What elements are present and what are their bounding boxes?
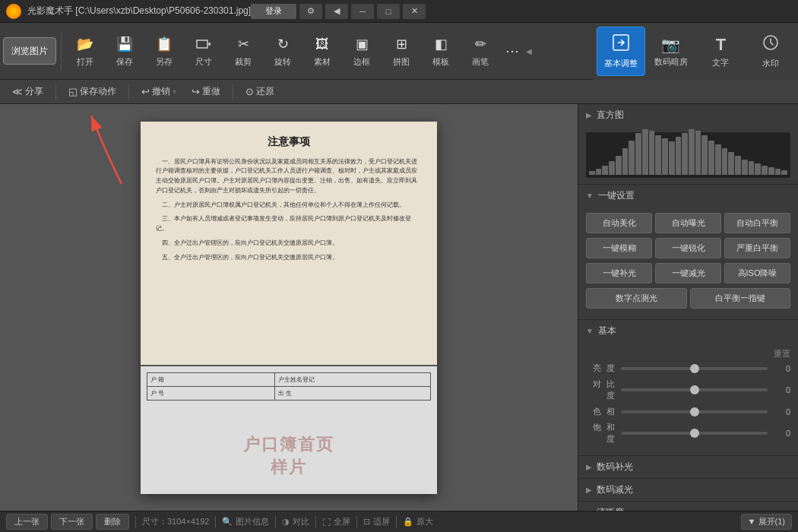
tab-basic-adjust[interactable]: 基本调整 (597, 27, 645, 76)
histogram-bar (695, 131, 701, 175)
quick-settings-arrow: ▼ (586, 192, 594, 200)
size-icon (194, 34, 214, 54)
toolbar-rotate[interactable]: ↻ 旋转 (264, 28, 302, 74)
reduce-light-button[interactable]: 一键减光 (655, 263, 721, 283)
quick-settings-header[interactable]: ▼ 一键设置 (578, 185, 798, 207)
contrast-thumb[interactable] (690, 385, 699, 394)
saturation-track[interactable] (621, 432, 768, 435)
hue-thumb[interactable] (690, 407, 699, 416)
border-icon: ▣ (352, 34, 372, 54)
tab-digital-darkroom[interactable]: 📷 数码暗房 (647, 27, 695, 76)
collage-label: 拼图 (393, 56, 410, 68)
histogram-bar (755, 163, 761, 175)
one-key-sharpen-button[interactable]: 一键锐化 (655, 238, 721, 258)
doc-table: 户 籍 户主姓名登记 户 号 出 生 (147, 372, 431, 401)
serious-wb-button[interactable]: 严重白平衡 (724, 238, 790, 258)
brightness-value: 0 (772, 364, 790, 373)
toolbar-items-group: 📂 打开 💾 保存 📋 另存 (66, 28, 533, 74)
histogram-bar (735, 156, 741, 175)
open-icon: 📂 (75, 34, 95, 54)
basic-content: 重置 亮 度 0 对 比 度 0 色 相 (578, 342, 798, 455)
doc-body: 一、居民户口簿具有证明公民身份状况以及家庭成员间相互关系的法律效力，受户口登记机… (156, 157, 422, 263)
contrast-icon: ◑ (282, 517, 290, 527)
hue-track[interactable] (621, 410, 768, 413)
toolbar-material[interactable]: 🖼 素材 (303, 28, 341, 74)
undo-button[interactable]: ↩ 撤销 ▾ (135, 83, 182, 101)
prev-button[interactable]: 上一张 (6, 514, 48, 530)
digital-reduce-header[interactable]: ▶ 数码减光 (578, 479, 798, 501)
fit-label[interactable]: 适屏 (373, 516, 390, 527)
saturation-thumb[interactable] (690, 429, 699, 438)
toolbar-open[interactable]: 📂 打开 (66, 28, 104, 74)
digital-fill-header[interactable]: ▶ 数码补光 (578, 456, 798, 478)
bottom-bar: 上一张 下一张 删除 尺寸：3104×4192 🔍 图片信息 ◑ 对比 ⛶ 全屏… (0, 511, 798, 532)
reset-button[interactable]: 重置 (586, 348, 790, 359)
redo-button[interactable]: ↪ 重做 (185, 83, 226, 101)
toolbar-template[interactable]: ◧ 模板 (422, 28, 460, 74)
canvas-area[interactable]: 注意事项 一、居民户口簿具有证明公民身份状况以及家庭成员间相互关系的法律效力，受… (0, 104, 578, 511)
save-action-button[interactable]: ◱ 保存动作 (62, 83, 122, 101)
bb-sep4 (315, 516, 316, 528)
basic-section-header[interactable]: ▼ 基本 (578, 320, 798, 342)
basic-label: 基本 (598, 325, 616, 337)
toolbar-save[interactable]: 💾 保存 (106, 28, 144, 74)
settings-button[interactable]: ⚙ (299, 4, 322, 19)
browse-button[interactable]: 浏览图片 (3, 37, 56, 65)
auto-beautify-button[interactable]: 自动美化 (586, 213, 652, 233)
img-info-label[interactable]: 图片信息 (236, 516, 269, 527)
minimize-button[interactable]: ─ (351, 4, 374, 19)
toolbar-saveas[interactable]: 📋 另存 (145, 28, 183, 74)
expand-button[interactable]: ▼ 展开(1) (741, 514, 792, 530)
wb-one-touch-button[interactable]: 白平衡一指键 (690, 288, 791, 309)
toolbar-crop[interactable]: ✂ 裁剪 (224, 28, 262, 74)
toolbar-separator (61, 32, 62, 70)
fullscreen-label[interactable]: 全屏 (334, 516, 350, 527)
document-table-section: 户 籍 户主姓名登记 户 号 出 生 户口簿首页样片 (141, 365, 437, 494)
delete-button[interactable]: 删除 (96, 514, 129, 530)
brightness-track[interactable] (621, 367, 768, 370)
histogram-bar (649, 131, 655, 175)
tab-text[interactable]: T 文字 (697, 27, 746, 76)
auto-exposure-button[interactable]: 自动曝光 (655, 213, 721, 233)
app-title: 光影魔术手 [C:\Users\xzb\Desktop\P50606-23030… (27, 5, 251, 17)
contrast-label[interactable]: 对比 (293, 516, 309, 527)
maximize-button[interactable]: □ (377, 4, 400, 19)
digital-reduce-section: ▶ 数码减光 (578, 479, 798, 502)
toolbar-collage[interactable]: ⊞ 拼图 (382, 28, 420, 74)
right-panel: ▶ 直方图 ▼ 一键设置 自动美化 自动曝光 自动白平衡 一键模糊 (578, 104, 798, 511)
share-button[interactable]: ≪ 分享 (6, 83, 49, 101)
saturation-value: 0 (772, 429, 790, 438)
toolbar-more[interactable]: ⋯ (501, 28, 524, 74)
toolbar-collapse[interactable]: ◀ (525, 43, 533, 59)
auto-wb-button[interactable]: 自动白平衡 (724, 213, 790, 233)
fullscreen-icon: ⛶ (322, 518, 331, 527)
original-label[interactable]: 原大 (416, 516, 433, 527)
brightness-thumb[interactable] (690, 364, 699, 373)
histogram-label: 直方图 (597, 109, 624, 122)
hue-label: 色 相 (586, 406, 616, 417)
one-key-blur-button[interactable]: 一键模糊 (586, 238, 652, 258)
close-button[interactable]: ✕ (403, 4, 426, 19)
login-button[interactable]: 登录 (251, 4, 296, 19)
tab-watermark[interactable]: 水印 (746, 27, 795, 76)
toolbar-draw[interactable]: ✏ 画笔 (461, 28, 499, 74)
fill-light-button[interactable]: 一键补光 (586, 263, 652, 283)
histogram-header[interactable]: ▶ 直方图 (578, 104, 798, 126)
sharpness-header[interactable]: ▶ 清晰度 (578, 502, 798, 511)
histogram-bar (689, 129, 695, 175)
toolbar-size[interactable]: 尺寸 (185, 28, 223, 74)
restore-button[interactable]: ⊙ 还原 (239, 83, 280, 101)
histogram-chart (586, 132, 790, 178)
quick-settings-label: 一键设置 (598, 189, 635, 202)
draw-icon: ✏ (470, 34, 490, 54)
material-label: 素材 (314, 56, 331, 68)
next-button[interactable]: 下一张 (51, 514, 93, 530)
toolbar-border[interactable]: ▣ 边框 (343, 28, 381, 74)
basic-adjust-icon (612, 33, 630, 55)
spot-metering-button[interactable]: 数字点测光 (586, 288, 687, 309)
arrow-left-button[interactable]: ◀ (325, 4, 348, 19)
histogram-bar (629, 141, 635, 175)
size-label: 尺寸 (195, 56, 212, 68)
contrast-track[interactable] (621, 388, 768, 391)
high-iso-button[interactable]: 高ISO降噪 (724, 263, 790, 283)
